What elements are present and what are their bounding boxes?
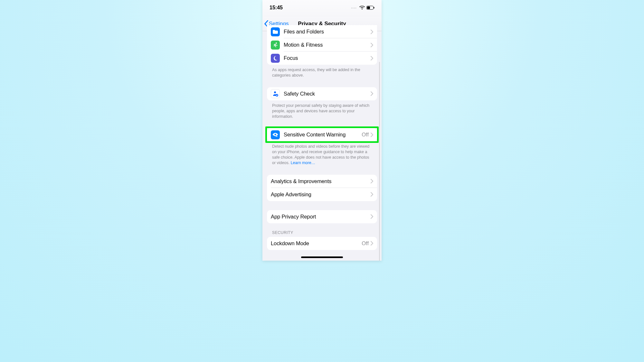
svg-rect-1 <box>367 6 370 9</box>
row-label: Files and Folders <box>284 29 371 35</box>
svg-point-3 <box>276 42 277 44</box>
svg-rect-8 <box>276 136 277 137</box>
section-header-security: SECURITY <box>272 230 372 235</box>
svg-point-4 <box>274 91 276 93</box>
chevron-right-icon <box>371 30 373 34</box>
phone-frame: 15:45 •••• Settings Privacy & Security <box>262 0 382 261</box>
running-icon <box>271 41 280 50</box>
safety-check-icon <box>271 89 280 98</box>
row-files-folders[interactable]: Files and Folders <box>267 25 377 38</box>
svg-point-6 <box>275 134 276 135</box>
row-sensitive-content-warning[interactable]: Sensitive Content Warning Off <box>267 128 377 141</box>
settings-scroll[interactable]: Files and Folders Motion & Fitness Focus <box>262 30 382 261</box>
row-label: Analytics & Improvements <box>271 178 371 184</box>
row-label: Focus <box>284 55 371 61</box>
group-safety-check: Safety Check <box>267 87 377 100</box>
group-access-footer: As apps request access, they will be add… <box>272 67 372 78</box>
svg-point-5 <box>276 94 278 97</box>
svg-rect-2 <box>374 7 374 9</box>
row-label: Safety Check <box>284 91 371 97</box>
row-label: Motion & Fitness <box>284 42 371 48</box>
scrollbar[interactable] <box>379 62 380 261</box>
svg-rect-7 <box>276 135 277 136</box>
row-lockdown-mode[interactable]: Lockdown Mode Off <box>267 237 377 250</box>
row-focus[interactable]: Focus <box>267 51 377 65</box>
row-label: Sensitive Content Warning <box>284 132 362 138</box>
group-lockdown: Lockdown Mode Off <box>267 237 377 250</box>
group-access: Files and Folders Motion & Fitness Focus <box>267 25 377 65</box>
home-indicator[interactable] <box>301 256 343 258</box>
group-sensitive-content: Sensitive Content Warning Off <box>267 128 377 141</box>
row-value: Off <box>362 240 369 246</box>
row-label: App Privacy Report <box>271 214 371 220</box>
row-apple-advertising[interactable]: Apple Advertising <box>267 188 377 201</box>
row-label: Apple Advertising <box>271 191 371 198</box>
group-analytics: Analytics & Improvements Apple Advertisi… <box>267 175 377 201</box>
learn-more-link[interactable]: Learn more… <box>291 161 315 165</box>
chevron-right-icon <box>371 179 373 183</box>
group-app-privacy: App Privacy Report <box>267 210 377 223</box>
row-analytics[interactable]: Analytics & Improvements <box>267 175 377 188</box>
eye-warning-icon <box>271 130 280 139</box>
chevron-right-icon <box>371 214 373 219</box>
battery-icon <box>366 6 374 10</box>
cellular-dots-icon: •••• <box>351 6 357 9</box>
row-value: Off <box>362 132 369 138</box>
chevron-right-icon <box>371 241 373 246</box>
chevron-right-icon <box>371 43 373 47</box>
status-icons: •••• <box>351 6 374 10</box>
row-safety-check[interactable]: Safety Check <box>267 87 377 100</box>
chevron-right-icon <box>371 133 373 137</box>
safety-check-footer: Protect your personal safety by staying … <box>272 103 372 119</box>
moon-icon <box>271 54 280 63</box>
row-motion-fitness[interactable]: Motion & Fitness <box>267 38 377 51</box>
chevron-right-icon <box>371 56 373 60</box>
status-time: 15:45 <box>270 5 283 11</box>
wifi-icon <box>359 6 365 10</box>
chevron-right-icon <box>371 192 373 197</box>
row-label: Lockdown Mode <box>271 240 362 246</box>
row-app-privacy-report[interactable]: App Privacy Report <box>267 210 377 223</box>
folder-icon <box>271 27 280 36</box>
status-bar: 15:45 •••• <box>262 0 382 17</box>
sensitive-content-footer: Detect nude photos and videos before the… <box>272 144 372 166</box>
chevron-right-icon <box>371 91 373 96</box>
